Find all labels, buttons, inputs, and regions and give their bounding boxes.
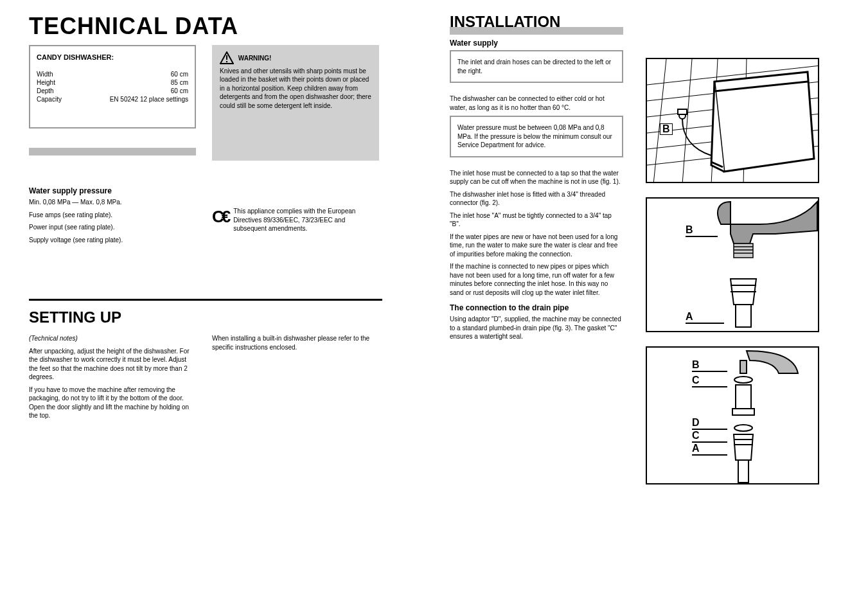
label-a: A: [692, 443, 727, 456]
svg-rect-6: [678, 109, 687, 114]
col3: Water supply The inlet and drain hoses c…: [450, 27, 623, 345]
para: Supply voltage (see rating plate).: [29, 236, 196, 245]
info-box: The inlet and drain hoses can be directe…: [450, 50, 623, 83]
para: If you have to move the machine after re…: [29, 386, 196, 420]
svg-rect-7: [734, 244, 753, 258]
para: Using adaptor "D", supplied, the machine…: [450, 315, 623, 341]
gray-bar: [450, 27, 623, 35]
figure-3: B C D C A: [646, 346, 819, 484]
para: If the water pipes are new or have not b…: [450, 233, 623, 259]
warning-box: WARNING! Knives and other utensils with …: [212, 45, 379, 161]
spec-val: 85 cm: [171, 78, 188, 87]
page-title: TECHNICAL DATA: [29, 13, 238, 40]
spec-val: EN 50242 12 place settings: [110, 95, 188, 103]
para: Power input (see rating plate).: [29, 223, 196, 232]
setup-sub: (Technical notes): [29, 334, 196, 343]
svg-rect-11: [736, 305, 751, 327]
brand-label: CANDY DISHWASHER:: [37, 53, 114, 61]
label-b: B: [692, 359, 727, 372]
info-box: Water pressure must be between 0,08 MPa …: [450, 116, 623, 157]
warning-icon: [220, 51, 234, 67]
setup-col2: When installing a built-in dishwasher pl…: [212, 334, 379, 355]
svg-point-2: [226, 61, 227, 62]
section-heading: Water supply pressure: [29, 186, 196, 195]
svg-point-16: [734, 425, 752, 431]
para: The inlet hose must be connected to a ta…: [450, 169, 623, 186]
spec-line: Width: [37, 71, 53, 78]
label-b: B: [686, 224, 718, 237]
figures-column: B B: [646, 58, 826, 499]
section-heading: Water supply: [450, 39, 623, 48]
section-title: SETTING UP: [29, 308, 121, 326]
figure-1: B: [646, 58, 819, 183]
para: The inlet hose "A" must be tightly conne…: [450, 211, 623, 229]
para: The dishwasher inlet hose is fitted with…: [450, 190, 623, 208]
spec-val: 60 cm: [171, 87, 188, 95]
spec-line: Depth: [37, 87, 54, 94]
ce-mark-icon: C€: [212, 207, 228, 227]
spec-box: CANDY DISHWASHER: Width 60 cm Height 85 …: [29, 45, 196, 129]
col1: Water supply pressure Min. 0,08 MPa — Ma…: [29, 186, 196, 248]
label-c: C: [692, 430, 727, 443]
label-b: B: [660, 123, 673, 135]
warning-body: Knives and other utensils with sharp poi…: [220, 67, 371, 109]
para: After unpacking, adjust the height of th…: [29, 347, 196, 382]
ce-row: C€ This appliance complies with the Euro…: [212, 207, 379, 237]
warning-title: WARNING!: [238, 55, 272, 62]
divider: [29, 299, 382, 301]
para: When installing a built-in dishwasher pl…: [212, 334, 379, 351]
label-d: D: [692, 417, 727, 430]
col2-warning: WARNING! Knives and other utensils with …: [212, 45, 379, 161]
svg-rect-17: [738, 460, 748, 483]
para: Fuse amps (see rating plate).: [29, 211, 196, 220]
col2-ce: C€ This appliance complies with the Euro…: [212, 199, 379, 237]
label-c: C: [692, 375, 727, 387]
svg-point-14: [734, 377, 752, 383]
section-heading: The connection to the drain pipe: [450, 303, 623, 312]
label-a: A: [686, 311, 724, 324]
spec-val: 60 cm: [171, 70, 188, 78]
figure-2: B A: [646, 197, 819, 332]
setup-col1: (Technical notes) After unpacking, adjus…: [29, 334, 196, 424]
para: If the machine is connected to new pipes…: [450, 262, 623, 297]
title-area: TECHNICAL DATA CANDY DISHWASHER: Width 6…: [29, 13, 238, 155]
spec-line: Height: [37, 79, 55, 86]
ce-text: This appliance complies with the Europea…: [233, 207, 379, 233]
gray-bar: [29, 148, 196, 155]
spec-line: Capacity: [37, 96, 62, 103]
para: The dishwasher can be connected to eithe…: [450, 94, 623, 112]
para: Min. 0,08 MPa — Max. 0,8 MPa.: [29, 198, 196, 207]
